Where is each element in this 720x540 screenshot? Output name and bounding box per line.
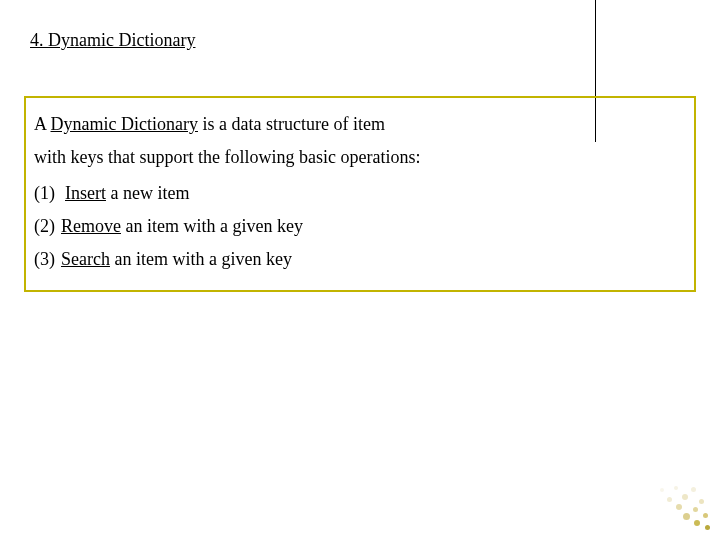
- op-verb: Search: [61, 249, 110, 269]
- slide-title: 4. Dynamic Dictionary: [30, 30, 195, 51]
- op-rest: an item with a given key: [121, 216, 303, 236]
- operation-item: (3)Search an item with a given key: [34, 243, 686, 276]
- op-rest: an item with a given key: [110, 249, 292, 269]
- operation-item: (2)Remove an item with a given key: [34, 210, 686, 243]
- op-verb: Remove: [61, 216, 121, 236]
- operations-list: (1)Insert a new item (2)Remove an item w…: [34, 177, 686, 277]
- op-number: (2): [34, 210, 55, 243]
- content-box: A Dynamic Dictionary is a data structure…: [24, 96, 696, 292]
- op-number: (1): [34, 177, 55, 210]
- op-rest: a new item: [106, 183, 189, 203]
- operation-item: (1)Insert a new item: [34, 177, 686, 210]
- op-verb: Insert: [65, 183, 106, 203]
- defn-term: Dynamic Dictionary: [51, 114, 198, 134]
- definition-line-1: A Dynamic Dictionary is a data structure…: [34, 108, 686, 141]
- definition-line-2: with keys that support the following bas…: [34, 141, 686, 174]
- decorative-dots-icon: [652, 472, 712, 532]
- defn-mid: is a data structure of item: [198, 114, 385, 134]
- defn-lead: A: [34, 114, 51, 134]
- op-number: (3): [34, 243, 55, 276]
